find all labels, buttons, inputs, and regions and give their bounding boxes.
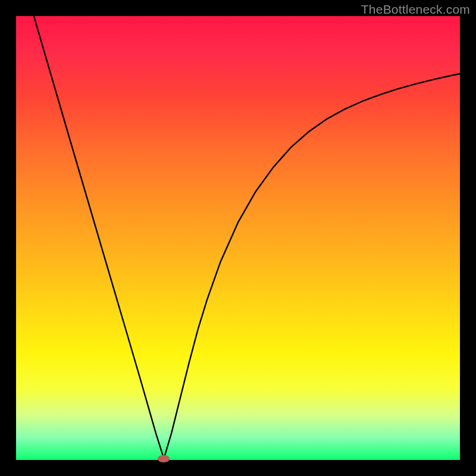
chart-canvas: TheBottleneck.com xyxy=(0,0,476,476)
minimum-marker xyxy=(158,455,170,462)
bottleneck-curve xyxy=(0,0,476,476)
watermark-text: TheBottleneck.com xyxy=(361,2,470,17)
